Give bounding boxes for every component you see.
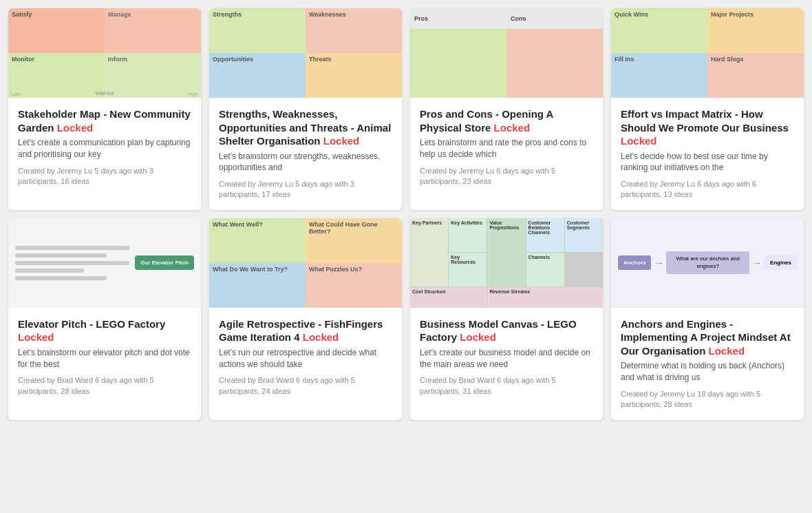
card-title: Agile Retrospective - FishFingers Game I… [219, 317, 392, 344]
card-description: Let's run our retrospective and decide w… [219, 347, 392, 370]
preview-swot: Strengths Weaknesses Opportunities Threa… [209, 8, 402, 98]
quadrant-hard-slogs: Hard Slogs [707, 53, 804, 98]
card-title: Anchors and Engines - Implementing A Pro… [621, 317, 794, 358]
quadrant-opportunities: Opportunities [209, 53, 306, 98]
quadrant-monitor: Monitor [8, 53, 105, 98]
card-effort-impact[interactable]: Quick Wins Major Projects Fill Ins Hard … [611, 8, 804, 210]
quadrant-threats: Threats [306, 53, 402, 98]
preview-bmc: Key Partners Key Activities Value Propos… [410, 218, 603, 308]
anchors-middle-box: What are our anchors and engines? [666, 251, 749, 274]
locked-badge: Locked [57, 122, 94, 134]
locked-badge: Locked [494, 122, 531, 134]
locked-badge: Locked [460, 331, 496, 343]
quadrant-strengths: Strengths [209, 8, 306, 53]
card-description: Let's decide how to best use our time by… [621, 151, 794, 174]
pros-header: Pros [410, 8, 506, 29]
quadrant-satisfy: Satisfy [8, 8, 105, 53]
card-elevator-pitch[interactable]: Our Elevator Pitch Elevator Pitch - LEGO… [8, 218, 201, 420]
elevator-line-1 [15, 246, 129, 250]
quadrant-major-projects: Major Projects [707, 8, 804, 53]
locked-badge: Locked [621, 135, 657, 147]
preview-elevator: Our Elevator Pitch [8, 218, 201, 308]
axis-low: Low [11, 92, 20, 96]
card-title: Stakeholder Map - New Community Garden L… [18, 107, 191, 134]
quadrant-inform: Inform [105, 53, 201, 98]
quadrant-went-well: What Went Well? [209, 218, 306, 263]
card-description: Determine what is holding us back (Ancho… [621, 360, 794, 384]
arrow-right-icon: → [654, 258, 663, 269]
preview-stakeholder: Satisfy Manage Monitor Inform Interest L… [8, 8, 201, 98]
card-meta: Created by Brad Ward 6 days ago with 5 p… [420, 375, 593, 397]
card-title: Elevator Pitch - LEGO Factory Locked [18, 317, 191, 344]
card-swot[interactable]: Strengths Weaknesses Opportunities Threa… [209, 8, 402, 210]
bmc-customer-relations: Customer Relations Channels [526, 218, 564, 252]
card-meta: Created by Jeremy Lu 6 days ago with 6 p… [621, 179, 794, 200]
cards-grid: Satisfy Manage Monitor Inform Interest L… [8, 8, 804, 420]
preview-anchors: Anchors → What are our anchors and engin… [611, 218, 804, 308]
bmc-key-resources: Key Resources [449, 253, 487, 286]
axis-high: High [189, 92, 198, 96]
elevator-line-3 [15, 261, 129, 265]
locked-badge: Locked [709, 345, 745, 357]
quadrant-try: What Do We Want to Try? [209, 263, 306, 308]
elevator-lines [15, 246, 129, 280]
card-pros-cons[interactable]: Pros Cons Pros and Cons - Opening A Phys… [410, 8, 603, 210]
cons-header: Cons [506, 8, 603, 29]
quadrant-quick-wins: Quick Wins [611, 8, 707, 53]
card-business-model[interactable]: Key Partners Key Activities Value Propos… [410, 218, 603, 420]
card-title: Pros and Cons - Opening A Physical Store… [420, 107, 593, 134]
elevator-line-4 [15, 269, 84, 273]
card-title: Business Model Canvas - LEGO Factory Loc… [420, 317, 593, 344]
elevator-line-5 [15, 276, 107, 280]
quadrant-weaknesses: Weaknesses [306, 8, 402, 53]
quadrant-better: What Could Have Gone Better? [306, 218, 402, 263]
anchors-label: Anchors [618, 255, 651, 270]
preview-pros-cons: Pros Cons [410, 8, 603, 98]
arrow-right-icon-2: → [752, 258, 762, 269]
elevator-pitch-button: Our Elevator Pitch [135, 255, 194, 270]
quadrant-fill-ins: Fill Ins [611, 53, 707, 98]
elevator-line-2 [15, 253, 107, 258]
card-meta: Created by Jeremy Lu 18 days ago with 5 … [621, 389, 794, 410]
bmc-revenue-streams: Revenue Streams [487, 287, 603, 308]
preview-effort-impact: Quick Wins Major Projects Fill Ins Hard … [611, 8, 804, 98]
card-description: Lets brainstorm and rate the pros and co… [420, 137, 593, 160]
bmc-customer-segments: Customer Segments [565, 218, 603, 252]
cons-area [506, 29, 603, 98]
card-agile-retro[interactable]: What Went Well? What Could Have Gone Bet… [209, 218, 402, 420]
quadrant-puzzles: What Puzzles Us? [306, 263, 402, 308]
card-meta: Created by Brad Ward 6 days ago with 5 p… [219, 375, 392, 397]
card-stakeholder-map[interactable]: Satisfy Manage Monitor Inform Interest L… [8, 8, 201, 210]
card-description: Let's create our business model and deci… [420, 347, 593, 370]
card-meta: Created by Jeremy Lu 5 days ago with 3 p… [219, 179, 392, 200]
pros-area [410, 29, 506, 98]
bmc-key-partners: Key Partners [410, 218, 448, 286]
card-title: Strengths, Weaknesses, Opportunities and… [219, 107, 392, 148]
card-anchors-engines[interactable]: Anchors → What are our anchors and engin… [611, 218, 804, 420]
card-description: Let's brainstorm our strengths, weakness… [219, 151, 392, 174]
locked-badge: Locked [323, 135, 360, 147]
axis-x-label: Interest [96, 90, 114, 96]
quadrant-manage: Manage [105, 8, 201, 53]
bmc-key-activities: Key Activities [449, 218, 487, 252]
bmc-channels: Channels [526, 253, 564, 286]
card-meta: Created by Brad Ward 6 days ago with 5 p… [18, 375, 191, 397]
card-description: Let's create a communication plan by cap… [18, 137, 191, 160]
bmc-value: Value Propositions [487, 218, 525, 286]
preview-retro: What Went Well? What Could Have Gone Bet… [209, 218, 402, 308]
locked-badge: Locked [303, 331, 339, 343]
card-meta: Created by Jeremy Lu 5 days ago with 3 p… [18, 166, 191, 187]
locked-badge: Locked [18, 331, 54, 343]
card-title: Effort vs Impact Matrix - How Should We … [621, 107, 794, 148]
card-meta: Created by Jeremy Lu 6 days ago with 5 p… [420, 166, 593, 187]
bmc-cost-structure: Cost Structure [410, 287, 487, 308]
card-description: Let's brainstorm our elevator pitch and … [18, 347, 191, 370]
engines-label: Engines [765, 255, 797, 270]
